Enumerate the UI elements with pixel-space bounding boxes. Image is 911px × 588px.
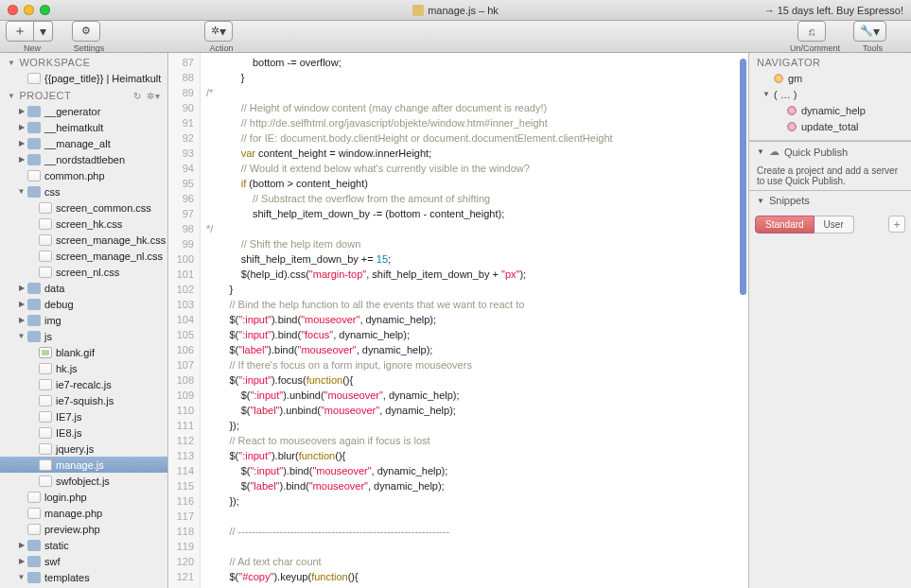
folder-icon <box>27 154 41 165</box>
window-title: manage.js – hk <box>428 5 499 16</box>
trial-notice[interactable]: → 15 days left. Buy Espresso! <box>764 5 903 16</box>
minimize-window-button[interactable] <box>24 5 34 15</box>
folder-item[interactable]: ▶static <box>0 537 167 553</box>
new-button[interactable]: ＋ <box>6 21 34 42</box>
workspace-section-header[interactable]: ▼WORKSPACE <box>0 53 167 70</box>
tools-icon: 🔧 <box>860 25 873 37</box>
disclosure-triangle-icon: ▶ <box>17 123 26 131</box>
item-label: manage.js <box>56 459 104 471</box>
folder-item[interactable]: ▼templates <box>0 569 167 585</box>
file-item[interactable]: screen_common.css <box>0 199 167 216</box>
item-label: __generator <box>44 106 100 117</box>
folder-item[interactable]: ▼css <box>0 183 167 199</box>
navigator-section-header[interactable]: NAVIGATOR <box>749 53 911 70</box>
add-snippet-button[interactable]: ＋ <box>888 216 905 233</box>
item-label: IE8.js <box>56 427 82 439</box>
tools-button[interactable]: 🔧 ▾ <box>853 21 886 42</box>
folder-item[interactable]: ▶__manage_alt <box>0 135 167 151</box>
zoom-window-button[interactable] <box>40 5 50 15</box>
navigator-label: update_total <box>801 121 859 132</box>
uncomment-label: Un/Comment <box>790 43 840 53</box>
item-label: css <box>44 186 61 198</box>
new-menu-button[interactable]: ▾ <box>34 21 53 42</box>
file-icon <box>39 476 52 487</box>
folder-item[interactable]: ▶__nordstadtleben <box>0 151 167 167</box>
project-section-header[interactable]: ▼PROJECT↻✲▾ <box>0 86 167 103</box>
navigator-item[interactable]: ▼( … ) <box>749 86 911 102</box>
navigator-item[interactable]: update_total <box>749 118 911 134</box>
file-item[interactable]: hk.js <box>0 360 167 376</box>
file-item[interactable]: blank.gif <box>0 344 167 360</box>
action-button[interactable]: ✲ ▾ <box>204 21 233 42</box>
folder-icon <box>27 299 41 310</box>
disclosure-triangle-icon: ▼ <box>757 147 764 156</box>
item-label: manage.php <box>44 508 102 519</box>
file-item[interactable]: common.php <box>0 167 167 183</box>
file-icon <box>27 170 41 182</box>
document-icon <box>412 5 424 16</box>
item-label: blank.gif <box>56 347 95 358</box>
file-icon <box>39 218 52 230</box>
folder-item[interactable]: ▼js <box>0 328 167 344</box>
snippets-tab-standard[interactable]: Standard <box>755 216 815 233</box>
file-item[interactable]: preview.php <box>0 521 167 537</box>
item-label: swfobject.js <box>56 476 110 487</box>
navigator-label: dynamic_help <box>801 105 866 116</box>
item-label: js <box>44 331 52 342</box>
folder-icon <box>27 331 41 342</box>
item-label: jquery.js <box>56 443 94 455</box>
disclosure-triangle-icon: ▼ <box>17 332 26 340</box>
folder-item[interactable]: ▶img <box>0 312 167 328</box>
refresh-icon[interactable]: ↻ <box>133 91 142 101</box>
file-item[interactable]: swfobject.js <box>0 473 167 489</box>
code-editor[interactable]: 8788899091929394959697989910010110210310… <box>168 53 749 588</box>
sidebar-left: ▼WORKSPACE {{page_title}} | Heimatkult ▼… <box>0 53 168 588</box>
sidebar-right: NAVIGATOR gm▼( … )dynamic_helpupdate_tot… <box>749 53 911 588</box>
folder-item[interactable]: ▶__generator <box>0 103 167 119</box>
folder-item[interactable]: ▶data <box>0 280 167 296</box>
file-item[interactable]: ie7-squish.js <box>0 392 167 408</box>
file-item[interactable]: IE7.js <box>0 408 167 424</box>
item-label: screen_hk.css <box>56 218 122 230</box>
disclosure-triangle-icon: ▶ <box>17 284 26 292</box>
new-label: New <box>24 43 41 53</box>
file-icon <box>27 524 41 535</box>
file-item[interactable]: manage.js <box>0 457 167 473</box>
item-label: ie7-recalc.js <box>56 379 112 390</box>
gear-icon: ✲ <box>211 25 219 37</box>
file-item[interactable]: IE8.js <box>0 424 167 441</box>
gear-icon[interactable]: ✲▾ <box>147 91 160 101</box>
folder-item[interactable]: ▶swf <box>0 553 167 569</box>
navigator-item[interactable]: gm <box>749 70 911 86</box>
file-item[interactable]: ie7-recalc.js <box>0 376 167 392</box>
scrollbar-thumb[interactable] <box>740 59 746 295</box>
code-area[interactable]: bottom -= overflow; }/* // Height of win… <box>201 53 748 588</box>
file-item[interactable]: screen_manage_hk.css <box>0 232 167 248</box>
file-icon <box>39 443 52 455</box>
file-item[interactable]: screen_nl.css <box>0 264 167 280</box>
folder-item[interactable]: ▶debug <box>0 296 167 312</box>
navigator-label: gm <box>788 73 802 84</box>
disclosure-triangle-icon: ▼ <box>762 90 772 98</box>
uncomment-button[interactable]: ⎌ <box>797 21 826 42</box>
workspace-item[interactable]: {{page_title}} | Heimatkult <box>0 70 167 86</box>
file-item[interactable]: manage.php <box>0 505 167 521</box>
disclosure-triangle-icon: ▶ <box>17 316 26 324</box>
item-label: IE7.js <box>56 411 82 423</box>
file-item[interactable]: screen_manage_nl.css <box>0 248 167 264</box>
file-item[interactable]: screen_hk.css <box>0 216 167 232</box>
file-item[interactable]: login.php <box>0 489 167 505</box>
settings-button[interactable]: ⚙ <box>72 21 100 42</box>
file-icon <box>39 267 52 278</box>
quick-publish-header[interactable]: ▼☁Quick Publish <box>749 142 911 162</box>
snippets-header[interactable]: ▼Snippets <box>749 191 911 210</box>
item-label: img <box>44 315 61 326</box>
navigator-item[interactable]: dynamic_help <box>749 102 911 118</box>
disclosure-triangle-icon: ▼ <box>8 92 15 100</box>
snippets-tab-user[interactable]: User <box>815 216 854 233</box>
folder-item[interactable]: ▶__heimatkult <box>0 119 167 135</box>
cloud-icon: ☁ <box>769 146 780 158</box>
file-item[interactable]: jquery.js <box>0 441 167 457</box>
close-window-button[interactable] <box>8 5 18 15</box>
folder-icon <box>27 283 41 294</box>
